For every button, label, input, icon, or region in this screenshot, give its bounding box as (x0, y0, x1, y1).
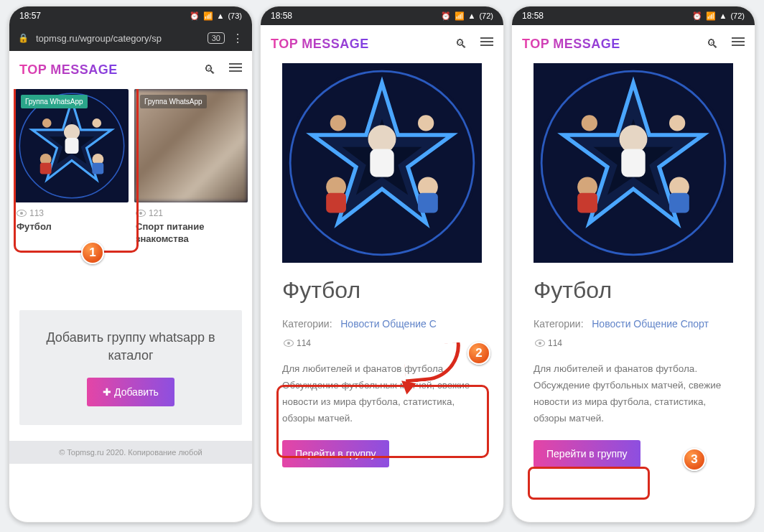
whatsapp-badge: Группа WhatsApp (140, 95, 207, 108)
status-time: 18:58 (522, 11, 544, 21)
site-logo[interactable]: TOP MESSAGE (271, 37, 369, 52)
whatsapp-badge: Группа WhatsApp (21, 95, 88, 108)
status-time: 18:57 (19, 11, 41, 21)
add-group-box: Добавить группу whatsapp в каталог ✚ Доб… (19, 310, 242, 425)
annotation-marker-3: 3 (683, 448, 706, 471)
site-logo[interactable]: TOP MESSAGE (522, 37, 620, 52)
group-image (282, 63, 482, 263)
categories-label: Категории: (282, 318, 332, 330)
annotation-arrow (404, 345, 462, 381)
hamburger-menu-icon[interactable] (229, 63, 242, 78)
annotation-highlight-3 (528, 467, 650, 500)
views-icon (284, 340, 294, 347)
status-bar: 18:57 ⏰ 📶 ▲ (73) (9, 6, 252, 25)
alarm-icon: ⏰ (441, 11, 451, 21)
search-icon[interactable]: 🔍︎ (455, 37, 467, 52)
category-link-chat[interactable]: Общение (382, 318, 426, 330)
group-title: Футбол (282, 277, 482, 304)
status-icons: ⏰ 📶 ▲ (72) (441, 11, 493, 21)
footer-text: © Topmsg.ru 2020. Копирование любой (9, 441, 252, 464)
detail-content: Футбол Категории: Новости Общение С 114 … (261, 63, 503, 522)
alarm-icon: ⏰ (692, 11, 702, 21)
signal-icon: 📶 (455, 11, 465, 21)
status-time: 18:58 (271, 11, 292, 21)
wifi-icon: ▲ (468, 11, 476, 20)
views-icon (535, 340, 545, 347)
add-box-title: Добавить группу whatsapp в каталог (27, 329, 235, 365)
listing-content: Группа WhatsApp 113 Футбол Группа WhatsA… (9, 89, 252, 522)
browser-menu-icon[interactable]: ⋮ (232, 32, 243, 45)
search-icon[interactable]: 🔍︎ (204, 63, 216, 78)
group-card-football[interactable]: Группа WhatsApp 113 Футбол (15, 89, 129, 246)
signal-icon: 📶 (203, 11, 213, 21)
group-image (534, 63, 733, 263)
category-link-chat[interactable]: Общение (633, 318, 677, 330)
hamburger-menu-icon[interactable] (480, 37, 493, 52)
views-count: 121 (149, 208, 163, 218)
views-count: 114 (548, 338, 562, 348)
site-header: TOP MESSAGE 🔍︎ (9, 51, 252, 89)
phone-screenshot-1: 18:57 ⏰ 📶 ▲ (73) 🔒 topmsg.ru/wgroup/cate… (9, 6, 253, 523)
tab-count[interactable]: 30 (208, 32, 225, 44)
annotation-marker-2: 2 (467, 342, 490, 365)
detail-content: Футбол Категории: Новости Общение Спорт … (512, 63, 755, 522)
browser-url-bar[interactable]: 🔒 topmsg.ru/wgroup/category/sp 30 ⋮ (9, 25, 252, 51)
views-count: 114 (297, 338, 311, 348)
group-title: Футбол (534, 277, 733, 304)
status-bar: 18:58 ⏰ 📶 ▲ (72) (261, 6, 503, 25)
signal-icon: 📶 (706, 11, 716, 21)
join-group-button[interactable]: Перейти в группу (282, 440, 389, 467)
search-icon[interactable]: 🔍︎ (707, 37, 719, 52)
status-bar: 18:58 ⏰ 📶 ▲ (72) (512, 6, 755, 25)
phone-screenshot-2: 18:58 ⏰ 📶 ▲ (72) TOP MESSAGE 🔍︎ Футбол К… (260, 6, 504, 523)
category-link-news[interactable]: Новости (340, 318, 379, 330)
hamburger-menu-icon[interactable] (732, 37, 745, 52)
status-icons: ⏰ 📶 ▲ (73) (190, 11, 242, 21)
site-header: TOP MESSAGE 🔍︎ (512, 25, 755, 63)
site-header: TOP MESSAGE 🔍︎ (261, 25, 503, 63)
site-logo[interactable]: TOP MESSAGE (19, 62, 118, 78)
alarm-icon: ⏰ (190, 11, 200, 21)
card-title: Спорт питание знакомства (134, 221, 248, 246)
category-link-sport[interactable]: Спорт (681, 318, 709, 330)
views-icon (136, 210, 146, 217)
wifi-icon: ▲ (719, 11, 727, 20)
categories-label: Категории: (534, 318, 584, 330)
annotation-marker-1: 1 (81, 241, 104, 264)
battery-text: (72) (730, 11, 745, 20)
category-link-sport-cut[interactable]: С (429, 318, 437, 330)
category-link-news[interactable]: Новости (592, 318, 630, 330)
wifi-icon: ▲ (217, 11, 225, 20)
phone-screenshot-3: 18:58 ⏰ 📶 ▲ (72) TOP MESSAGE 🔍︎ Футбол К… (511, 6, 755, 523)
battery-text: (73) (228, 11, 242, 20)
battery-text: (72) (479, 11, 493, 20)
views-icon (17, 210, 27, 217)
join-group-button[interactable]: Перейти в группу (534, 440, 640, 467)
add-button[interactable]: ✚ Добавить (87, 378, 174, 406)
views-count: 113 (29, 208, 44, 218)
group-description: Для любителей и фанатов футбола. Обсужде… (534, 361, 733, 427)
group-card-sport[interactable]: Группа WhatsApp 121 Спорт питание знаком… (134, 89, 248, 246)
status-icons: ⏰ 📶 ▲ (72) (692, 11, 745, 21)
card-title: Футбол (15, 221, 129, 233)
lock-icon: 🔒 (18, 33, 29, 43)
url-text: topmsg.ru/wgroup/category/sp (36, 33, 200, 44)
